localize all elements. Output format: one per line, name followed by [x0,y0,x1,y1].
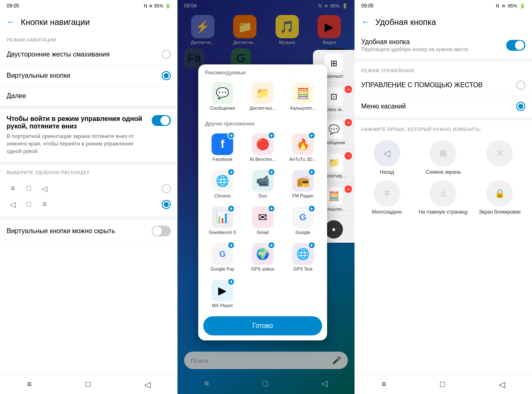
shortcut-multitask[interactable]: ≡ Многозадачн [361,180,413,215]
popup-app-messages[interactable]: 💬 Сообщения [203,79,242,114]
layout-row-1[interactable]: ≡ □ ◁ [7,181,171,197]
left-nav-menu-icon[interactable]: ≡ [27,379,32,389]
shortcut-home-icon: ⌂ [441,188,446,199]
popup-app-gmail[interactable]: ✉ + Gmail [244,203,282,238]
popup-messages-icon: 💬 [212,82,233,104]
gmail-add-badge: + [268,205,275,212]
popup-app-gpay[interactable]: G + Google Pay [203,240,242,275]
left-nav-home-icon[interactable]: □ [86,379,91,389]
popup-aibench-label: AI Benchm... [250,157,276,162]
popup-app-mxplayer[interactable]: ▶ + MX Player [203,276,242,311]
other-apps-grid: f + Facebook 🔴 + AI Benchm... 🔥 + AnT [198,128,327,313]
gpstest-add-badge: + [308,241,315,249]
popup-app-google[interactable]: G + Google [283,203,322,238]
shortcut-lock-btn[interactable]: 🔒 [486,180,513,207]
shortcut-home-btn[interactable]: ⌂ [430,180,456,207]
one-hand-toggle[interactable] [152,115,171,126]
layout-radio-1[interactable] [162,184,171,193]
right-gesture-mode[interactable]: УПРАВЛЕНИЕ С ПОМОЩЬЮ ЖЕСТОВ [355,75,532,96]
right-nav-menu-icon[interactable]: ≡ [382,379,387,389]
popup-gpay-icon: G + [212,243,233,265]
shortcut-lock[interactable]: 🔒 Экран блокировки [474,180,525,215]
right-touch-mode[interactable]: Меню касаний [355,96,532,117]
right-nav-header: ← Удобная кнопка [355,12,532,32]
setting-virtual[interactable]: Виртуальные кнопки [0,65,177,86]
right-battery-icon: 🔋 [520,3,525,9]
right-gesture-label: УПРАВЛЕНИЕ С ПОМОЩЬЮ ЖЕСТОВ [361,81,483,89]
popup-app-gpstest[interactable]: 🌐 + GPS Test [283,240,322,275]
quick-dispatcher-remove[interactable]: − [345,152,352,160]
popup-app-gpsstatus[interactable]: 🌍 + GPS status [244,240,282,275]
popup-app-calc[interactable]: 🧮 Калькулят... [283,79,322,114]
shortcut-back-btn[interactable]: ◁ [374,140,400,167]
right-divider1 [355,58,532,62]
right-nav-home-icon[interactable]: □ [440,379,445,389]
popup-app-duo[interactable]: 📹 + Duo [244,167,282,202]
setting-next[interactable]: Далее [0,86,177,106]
one-hand-title: Чтобы войти в режим управления одной рук… [7,115,147,130]
right-toggle-switch[interactable] [506,40,525,51]
shortcut-lock-label: Экран блокировки [479,209,521,215]
right-page-title: Удобная кнопка [375,17,436,27]
popup-chrome-icon: 🌐 + [212,170,233,192]
popup-app-geekbench[interactable]: 📊 + Geekbench 5 [203,203,242,238]
popup-radio-label: FM Радио [292,193,313,198]
quick-calc-remove[interactable]: − [345,185,352,193]
gpay-add-badge: + [227,241,235,249]
setting-swipe-label: Двусторонние жесты смахивания [7,51,110,58]
popup-app-facebook[interactable]: f + Facebook [203,130,242,165]
right-toggle-label: Удобная кнопка [361,38,469,46]
layout-row-2[interactable]: ◁ □ ≡ [7,197,171,212]
layout-radio-2[interactable] [162,200,171,209]
popup-gpstest-icon: 🌐 + [292,243,314,265]
popup-app-dispatcher[interactable]: 📁 Диспетчер... [244,79,282,114]
popup-mxplayer-icon: ▶ + [212,280,233,301]
right-toggle-setting: Удобная кнопка Перетащите удобную кнопку… [355,32,532,58]
shortcut-empty[interactable]: ✕ [474,140,525,175]
popup-ready-button[interactable]: Готово [203,316,322,335]
popup-radio-icon: 📻 + [292,170,314,192]
hide-virtual-setting[interactable]: Виртуальные кнопки можно скрыть [0,220,177,243]
popup-app-chrome[interactable]: 🌐 + Chrome [203,167,242,202]
left-layout-section-label: ВЫБЕРИТЕ УДОБНУЮ РАСКЛАДКУ [0,165,177,177]
popup-app-aibench[interactable]: 🔴 + AI Benchm... [244,130,282,165]
left-bottom-nav: ≡ □ ◁ [0,374,177,394]
shortcut-empty-btn[interactable]: ✕ [486,140,513,167]
popup-app-radio[interactable]: 📻 + FM Радио [283,167,322,202]
left-back-button[interactable]: ← [7,17,16,27]
popup-facebook-icon: f + [212,133,233,155]
right-section-shortcuts: НАЖМИТЕ ЯРЛЫК, КОТОРЫЙ НУЖНО ИЗМЕНИТЬ: [355,120,532,133]
shortcut-screenshot-btn[interactable]: ⊞ [430,140,456,167]
popup-gpstest-label: GPS Test [293,266,313,271]
shortcut-multitask-icon: ≡ [384,188,389,199]
popup-gpsstatus-label: GPS status [251,266,274,271]
right-back-button[interactable]: ← [361,17,370,27]
shortcut-home[interactable]: ⌂ На главную страницу [418,180,469,215]
popup-app-antutu[interactable]: 🔥 + AnTuTu 3D... [283,130,322,165]
gpsstatus-add-badge: + [268,241,275,249]
setting-virtual-radio[interactable] [162,71,171,80]
right-gesture-radio[interactable] [516,81,525,90]
shortcut-close-icon: ✕ [496,148,503,159]
right-divider2 [355,117,532,120]
popup-aibench-icon: 🔴 + [252,133,273,155]
hide-virtual-toggle[interactable] [152,226,171,236]
left-nav-back-icon[interactable]: ◁ [144,379,150,389]
shortcut-multitask-btn[interactable]: ≡ [374,180,400,207]
setting-swipe[interactable]: Двусторонние жесты смахивания [0,44,177,65]
popup-gmail-icon: ✉ + [252,207,273,228]
right-touch-radio[interactable] [516,102,525,111]
popup-gpsstatus-icon: 🌍 + [252,243,273,265]
quick-messages-remove[interactable]: − [345,119,352,126]
right-time: 09:05 [361,3,374,9]
right-toggle-desc: Перетащите удобную кнопку на нужное мест… [361,47,469,52]
shortcut-screenshot[interactable]: ⊞ Снимок экрана [418,140,469,175]
layout-option-2: ◁ □ ≡ [7,200,51,209]
setting-swipe-radio[interactable] [162,50,171,59]
facebook-add-badge: + [227,132,235,139]
popup-antutu-label: AnTuTu 3D... [289,157,316,162]
right-nav-back-icon[interactable]: ◁ [499,379,505,389]
shortcut-back[interactable]: ◁ Назад [361,140,413,175]
quick-record-remove[interactable]: − [345,86,352,93]
shortcut-lock-icon: 🔒 [495,188,505,198]
